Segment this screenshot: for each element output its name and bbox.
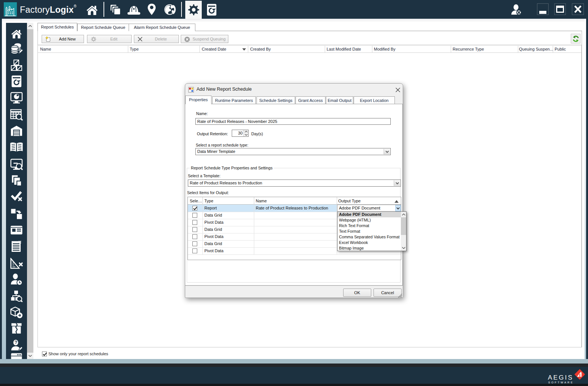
svg-text:?: ?	[15, 340, 17, 345]
